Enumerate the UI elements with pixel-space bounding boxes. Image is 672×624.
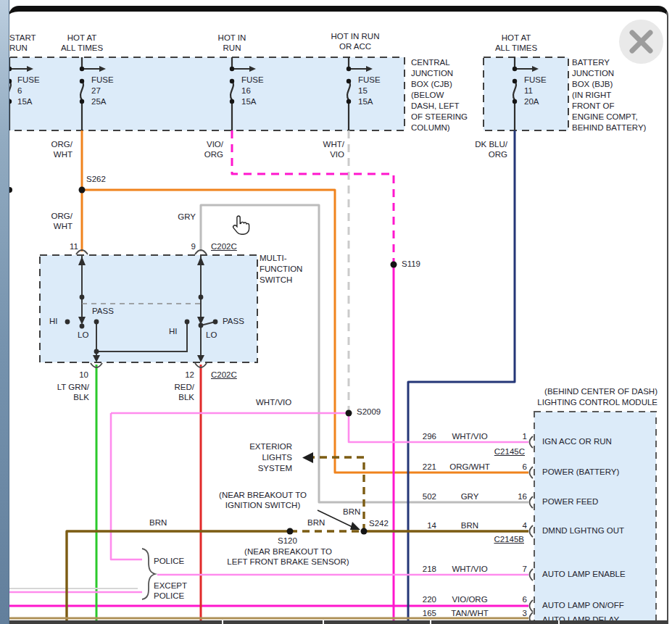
- lcm-title: LIGHTING CONTROL MODULE: [531, 398, 658, 408]
- pin-row-color: BRN: [441, 521, 499, 531]
- pin-row-number: 6: [510, 595, 527, 605]
- splice-s242-label: S242: [369, 519, 389, 529]
- pin-row-number: 3: [510, 609, 527, 619]
- mfs-pin-12: 12: [177, 370, 194, 380]
- wire-brn-left: [67, 531, 290, 624]
- pin-row-color: VIO/ORG: [441, 595, 499, 605]
- wire-label-vio-org: VIO/ ORG: [191, 140, 223, 159]
- bottom-frame-bar: [9, 620, 668, 624]
- cjb-note: CENTRAL JUNCTION BOX (CJB) (BELOW DASH, …: [411, 57, 484, 133]
- wire-label-brn-mid: BRN: [307, 518, 325, 528]
- close-icon: [619, 20, 663, 64]
- diagram-viewer: START RUN HOT AT ALL TIMES HOT IN RUN HO…: [0, 0, 672, 624]
- wire-label-org-wht-mid: ORG/ WHT: [38, 212, 72, 231]
- fuse-11-label: FUSE 11 20A: [524, 75, 560, 107]
- fuse-16-label: FUSE 16 15A: [241, 75, 278, 107]
- mfs-contact-hi-left: HI: [49, 317, 58, 327]
- pin-row-number: 6: [510, 462, 527, 473]
- pin-row-function: IGN ACC OR RUN: [542, 437, 612, 447]
- splice-s119-dot: [391, 262, 397, 268]
- mfs-contact-pass-left: PASS: [92, 307, 114, 317]
- wire-label-brn-left: BRN: [149, 518, 167, 528]
- connector-c202c-top: C202C: [211, 242, 237, 252]
- cjb-box: [0, 57, 405, 130]
- mfs-contact-lo-right: LO: [206, 330, 217, 341]
- feed-hot-in-run: HOT IN RUN: [203, 33, 261, 53]
- exterior-lights-note: EXTERIOR LIGHTS SYSTEM: [241, 441, 292, 474]
- pin-row-number: 4: [510, 521, 527, 531]
- wire-label-lt-grn-blk: LT GRN/ BLK: [46, 383, 89, 402]
- feed-hot-at-all-times-1: HOT AT ALL TIMES: [53, 33, 111, 53]
- hand-cursor-icon: [231, 214, 255, 241]
- fuse-15-label: FUSE 15 15A: [358, 75, 394, 107]
- pin-row-color: WHT/VIO: [441, 432, 499, 442]
- wire-label-red-blk: RED/ BLK: [158, 383, 194, 402]
- pin-row-circuit: 218: [410, 565, 436, 575]
- near-ignition-note: (NEAR BREAKOUT TO IGNITION SWITCH): [203, 490, 323, 510]
- wire-label-wht-vio: WHT/ VIO: [310, 140, 344, 159]
- mfs-title: MULTI- FUNCTION SWITCH: [260, 253, 318, 286]
- pin-row-function: DMND LGHTNG OUT: [542, 526, 624, 536]
- splice-s262-dot: [79, 187, 86, 194]
- police-note: POLICE: [154, 557, 184, 567]
- fuse-6-label: FUSE 6 15A: [17, 75, 54, 107]
- pin-row-color: TAN/WHT: [441, 609, 499, 619]
- wire-label-brn-upper: BRN: [343, 507, 360, 517]
- lcm-location: (BEHIND CENTER OF DASH): [533, 387, 658, 397]
- pin-row-circuit: 221: [410, 462, 436, 473]
- wire-label-gry: GRY: [163, 212, 196, 222]
- wire-dk-blu-org: [408, 130, 515, 624]
- exterior-lights-arrow: [302, 452, 313, 463]
- feed-hot-at-all-times-2: HOT AT ALL TIMES: [487, 33, 545, 53]
- feed-start-run: START RUN: [9, 33, 53, 53]
- feed-hot-in-run-or-acc: HOT IN RUN OR ACC: [319, 32, 391, 51]
- fuse-27-label: FUSE 27 25A: [91, 75, 128, 107]
- pin-row-function: AUTO LAMP ENABLE: [542, 570, 626, 580]
- pin-row-circuit: 502: [410, 492, 436, 502]
- pin-row-function: POWER FEED: [542, 497, 598, 507]
- wire-wht-vio-to-pin1: [349, 413, 528, 442]
- splice-s119-label: S119: [402, 259, 420, 270]
- splice-s262-label: S262: [86, 175, 106, 185]
- splice-s120-label: S120: [278, 536, 297, 546]
- pin-row-number: 1: [510, 432, 527, 442]
- multifunction-switch-box: [40, 255, 257, 362]
- wire-wht-vio-police: [111, 413, 142, 559]
- pin-row-function: AUTO LAMP ON/OFF: [542, 601, 624, 611]
- mfs-pin-11: 11: [62, 242, 78, 252]
- connector-c2145c: C2145C: [492, 447, 525, 457]
- pin-row-color: GRY: [441, 492, 499, 502]
- mfs-pin-9: 9: [180, 242, 196, 252]
- page-background-strip: [0, 0, 9, 624]
- pin-row-circuit: 165: [410, 609, 436, 619]
- wire-label-wht-vio-mid: WHT/VIO: [256, 398, 291, 408]
- wire-label-dk-blu-org: DK BLU/ ORG: [462, 140, 507, 159]
- splice-s242-dot: [361, 528, 368, 535]
- pin-row-circuit: 296: [410, 432, 436, 442]
- pin-row-color: WHT/VIO: [441, 565, 499, 575]
- mfs-contact-lo-left: LO: [78, 330, 88, 341]
- mfs-contact-pass-right: PASS: [223, 317, 244, 327]
- mfs-contact-hi-right: HI: [169, 327, 178, 337]
- connector-c202c-bottom: C202C: [211, 370, 237, 380]
- pin-row-number: 16: [510, 492, 527, 502]
- pin-row-circuit: 14: [410, 521, 436, 531]
- bjb-note: BATTERY JUNCTION BOX (BJB) (IN RIGHT FRO…: [572, 57, 670, 133]
- close-button[interactable]: [619, 20, 663, 64]
- pin-row-circuit: 220: [410, 595, 436, 605]
- splice-s120-dot: [287, 528, 294, 535]
- pin-row-number: 7: [510, 565, 527, 575]
- splice-s2009-label: S2009: [357, 407, 381, 417]
- lcm-pin-arcs: [530, 436, 534, 624]
- connector-c2145b: C2145B: [491, 535, 524, 545]
- wire-label-org-wht-top: ORG/ WHT: [38, 140, 72, 159]
- splice-s2009-dot: [346, 410, 352, 417]
- near-brake-note: (NEAR BREAKOUT TO LEFT FRONT BRAKE SENSO…: [217, 546, 359, 567]
- pin-row-color: ORG/WHT: [441, 462, 499, 473]
- except-police-note: EXCEPT POLICE: [154, 581, 187, 601]
- pin-row-function: POWER (BATTERY): [542, 467, 619, 478]
- mfs-pin-10: 10: [71, 370, 88, 380]
